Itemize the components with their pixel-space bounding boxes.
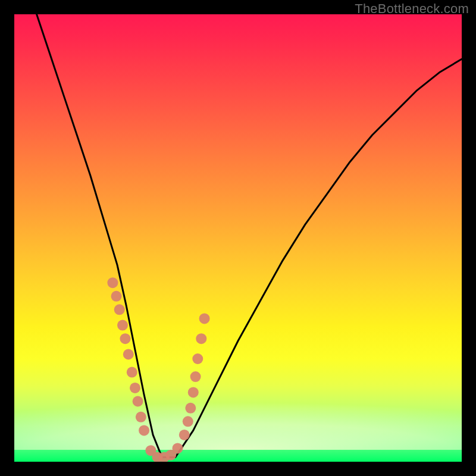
data-point [179,430,190,440]
data-point [133,396,143,407]
data-point [123,349,134,360]
data-point [107,277,118,288]
data-point [173,443,183,453]
data-point [183,416,193,427]
data-point [199,313,210,324]
chart-frame: TheBottleneck.com [0,0,476,476]
data-point [117,320,128,331]
data-point [130,383,140,393]
bottleneck-curve [37,14,462,458]
data-point [188,387,199,397]
data-point [127,367,137,378]
data-point [114,304,125,315]
data-point [136,412,146,422]
data-points-group [107,277,209,462]
data-point [120,333,131,344]
chart-svg [14,14,462,462]
plot-area [14,14,462,462]
data-point [139,425,149,436]
data-point [111,291,122,302]
data-point [185,403,196,414]
data-point [196,333,206,344]
data-point [192,353,203,364]
data-point [190,371,201,382]
